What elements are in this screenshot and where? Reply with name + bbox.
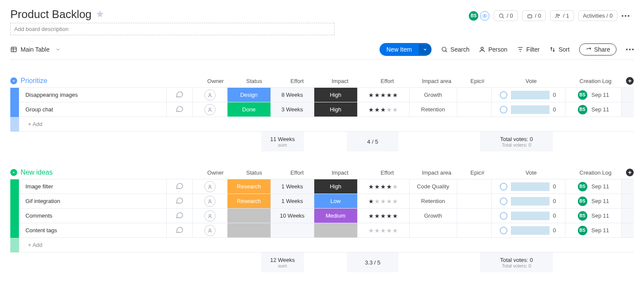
owner-cell[interactable] [192,88,227,102]
column-header-effort[interactable]: Effort [276,169,319,176]
column-header-log[interactable]: Creation Log [568,78,623,84]
effort-cell[interactable]: 8 Weeks [270,88,314,102]
rating-cell[interactable]: ★★★★★ [357,102,409,117]
members-pill[interactable]: / 1 [550,10,574,21]
column-header-epic[interactable]: Epic# [460,78,495,84]
effort-cell[interactable]: 10 Weeks [270,209,314,223]
impact-area-cell[interactable]: Growth [409,209,457,223]
board-visibility-icon[interactable] [480,11,489,21]
favorite-star-icon[interactable] [96,9,104,19]
activities-pill[interactable]: Activities / 0 [578,10,617,21]
effort-cell[interactable]: 1 Weeks [270,194,314,209]
column-header-owner[interactable]: Owner [198,78,233,84]
toolbar-menu[interactable] [626,49,634,50]
column-header-impact[interactable]: Impact [319,169,361,176]
impact-cell[interactable]: High [314,179,357,194]
new-item-dropdown[interactable] [419,44,431,55]
add-item-row[interactable]: + Add [10,238,634,252]
column-header-vote[interactable]: Vote [495,169,568,176]
vote-cell[interactable]: 0 [492,102,565,117]
epic-cell[interactable] [457,88,492,102]
automations-pill[interactable]: / 0 [522,10,546,21]
person-filter-button[interactable]: Person [479,46,507,53]
item-name[interactable]: Content tags [19,223,167,238]
table-row[interactable]: Group chat Done 3 Weeks High ★★★★★ Reten… [10,102,634,117]
vote-cell[interactable]: 0 [492,223,565,238]
status-cell[interactable]: Done [227,102,270,117]
item-name[interactable]: Gif integration [19,194,167,209]
column-header-log[interactable]: Creation Log [568,169,623,176]
impact-area-cell[interactable]: Growth [409,88,457,102]
chat-icon[interactable] [167,223,193,238]
view-name[interactable]: Main Table [21,46,49,53]
chat-icon[interactable] [167,88,193,102]
epic-cell[interactable] [457,102,492,117]
epic-cell[interactable] [457,223,492,238]
rating-cell[interactable]: ★★★★★ [357,209,409,223]
table-row[interactable]: Gif integration Research 1 Weeks Low ★★★… [10,194,634,209]
group-name[interactable]: Prioritize [21,77,47,85]
item-name[interactable]: Comments [19,209,167,223]
impact-area-cell[interactable]: Code Quality [409,179,457,194]
chat-icon[interactable] [167,194,193,209]
column-header-impact[interactable]: Impact [319,78,361,84]
column-header-status[interactable]: Status [233,78,276,84]
impact-cell[interactable]: High [314,102,357,117]
column-header-area[interactable]: Impact area [413,78,460,84]
owner-cell[interactable] [192,179,227,194]
vote-cell[interactable]: 0 [492,88,565,102]
filter-button[interactable]: Filter [517,46,540,53]
epic-cell[interactable] [457,179,492,194]
rating-cell[interactable]: ★★★★★ [357,179,409,194]
column-header-epic[interactable]: Epic# [460,169,495,176]
table-row[interactable]: Image filter Research 1 Weeks High ★★★★★… [10,179,634,194]
chat-icon[interactable] [167,209,193,223]
sort-button[interactable]: Sort [549,46,570,53]
item-name[interactable]: Disappearing images [19,88,167,102]
search-button[interactable]: Search [441,46,469,53]
table-row[interactable]: Disappearing images Design 8 Weeks High … [10,88,634,102]
status-cell[interactable]: Design [227,88,270,102]
impact-area-cell[interactable]: Retention [409,102,457,117]
item-name[interactable]: Image filter [19,179,167,194]
impact-cell[interactable] [314,223,357,238]
board-menu[interactable] [622,15,629,17]
vote-cell[interactable]: 0 [492,209,565,223]
status-cell[interactable] [227,209,270,223]
table-row[interactable]: Content tags ★★★★★ 0 BSSep 11 [10,223,634,238]
rating-cell[interactable]: ★★★★★ [357,194,409,209]
impact-area-cell[interactable] [409,223,457,238]
group-collapse-toggle[interactable] [10,77,17,84]
impact-cell[interactable]: Medium [314,209,357,223]
chat-icon[interactable] [167,179,193,194]
table-row[interactable]: Comments 10 Weeks Medium ★★★★★ Growth 0 … [10,209,634,223]
board-title[interactable]: Product Backlog [10,8,91,21]
owner-cell[interactable] [192,223,227,238]
epic-cell[interactable] [457,194,492,209]
column-header-effort[interactable]: Effort [276,78,319,84]
effort-cell[interactable]: 1 Weeks [270,179,314,194]
status-cell[interactable]: Research [227,194,270,209]
add-column-button[interactable]: + [626,169,634,176]
group-name[interactable]: New ideas [21,169,53,176]
impact-cell[interactable]: Low [314,194,357,209]
column-header-owner[interactable]: Owner [198,169,233,176]
item-name[interactable]: Group chat [19,102,167,117]
board-description-input[interactable]: Add board description [10,23,334,35]
owner-cell[interactable] [192,209,227,223]
share-button[interactable]: Share [579,43,617,55]
owner-cell[interactable] [192,102,227,117]
column-header-area[interactable]: Impact area [413,169,460,176]
vote-cell[interactable]: 0 [492,179,565,194]
column-header-status[interactable]: Status [233,169,276,176]
effort-cell[interactable] [270,223,314,238]
chevron-down-icon[interactable] [55,47,61,52]
new-item-button[interactable]: New Item [380,43,431,56]
column-header-vote[interactable]: Vote [495,78,568,84]
impact-area-cell[interactable]: Retention [409,194,457,209]
rating-cell[interactable]: ★★★★★ [357,88,409,102]
column-header-rating[interactable]: Effort [361,78,413,84]
group-collapse-toggle[interactable] [10,169,17,176]
members-avatar[interactable]: BS [469,11,478,21]
add-item-row[interactable]: + Add [10,117,634,132]
